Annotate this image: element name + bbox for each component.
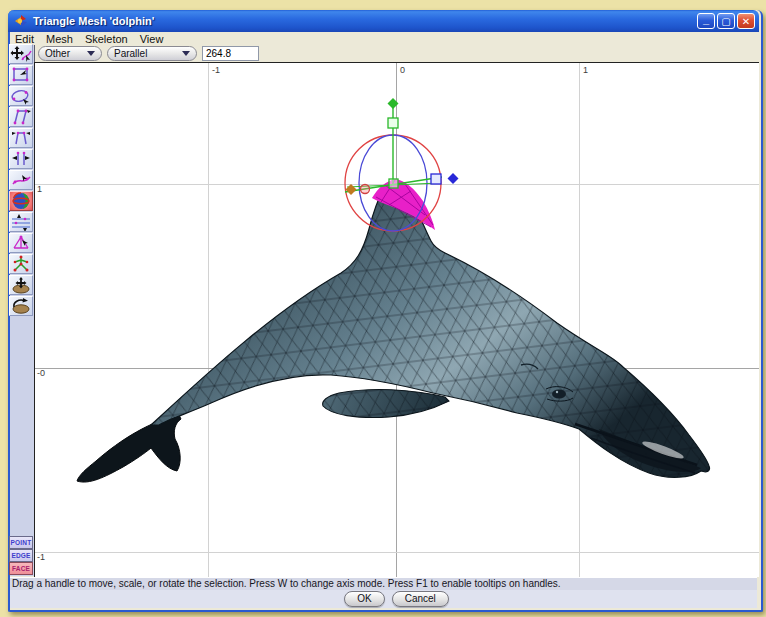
dialog-button-row: OK Cancel: [10, 590, 757, 608]
bevel-icon: [10, 171, 32, 189]
edge-mode-button[interactable]: EDGE: [9, 549, 33, 562]
chevron-down-icon: [87, 51, 95, 56]
maximize-button[interactable]: ▢: [717, 13, 735, 29]
rotate-view-tool[interactable]: [9, 296, 33, 316]
skew-icon: [10, 108, 32, 126]
close-button[interactable]: ✕: [737, 13, 755, 29]
screenshot-root: { "window": { "title": "Triangle Mesh 'd…: [0, 0, 766, 617]
x-axis-label: 1: [583, 65, 588, 75]
menu-mesh[interactable]: Mesh: [40, 33, 79, 45]
z-move-handle[interactable]: [448, 173, 459, 184]
rotate-icon: [10, 87, 32, 105]
menu-edit[interactable]: Edit: [10, 33, 40, 45]
move-normal-tool[interactable]: [9, 212, 33, 232]
skeleton-joints-icon: [10, 255, 32, 273]
viewport-drawing: -1 0 1 1 -0 -1: [35, 63, 759, 577]
y-axis-label: -0: [37, 368, 45, 378]
y-axis-label: -1: [37, 552, 45, 562]
pan-view-icon: [10, 276, 32, 294]
ok-button[interactable]: OK: [344, 591, 384, 607]
taper-icon: [10, 129, 32, 147]
taper-selection-tool[interactable]: [9, 128, 33, 148]
title-bar[interactable]: Triangle Mesh 'dolphin' _ ▢ ✕: [8, 10, 759, 32]
face-mode-button[interactable]: FACE: [9, 562, 33, 575]
view-dropdown[interactable]: Other: [38, 46, 102, 61]
z-scale-handle[interactable]: [431, 174, 441, 184]
cancel-button[interactable]: Cancel: [392, 591, 449, 607]
x-axis-label: 0: [400, 65, 405, 75]
skew-selection-tool[interactable]: [9, 107, 33, 127]
move-selection-tool[interactable]: [9, 44, 33, 64]
chevron-down-icon: [182, 51, 190, 56]
status-text: Drag a handle to move, scale, or rotate …: [12, 578, 561, 589]
thicken-selection-tool[interactable]: [9, 149, 33, 169]
bevel-extrude-tool[interactable]: [9, 170, 33, 190]
menu-view[interactable]: View: [134, 33, 170, 45]
move-normal-icon: [10, 213, 32, 231]
scale-input[interactable]: [202, 46, 259, 61]
scale-selection-tool[interactable]: [9, 65, 33, 85]
wireframe-overlay: [151, 183, 710, 477]
x-scale-handle[interactable]: [361, 185, 370, 194]
app-logo-icon: [14, 14, 28, 28]
rotate-view-icon: [10, 297, 32, 315]
skeleton-tool[interactable]: [9, 254, 33, 274]
pull-vertex-tool[interactable]: [9, 233, 33, 253]
mesh-editor-viewport[interactable]: -1 0 1 1 -0 -1: [34, 62, 759, 577]
x-axis-label: -1: [212, 65, 220, 75]
menu-skeleton[interactable]: Skeleton: [79, 33, 134, 45]
view-dropdown-value: Other: [45, 48, 70, 59]
point-mode-button[interactable]: POINT: [9, 536, 33, 549]
scale-icon: [10, 66, 32, 84]
tail-fluke[interactable]: [77, 415, 181, 482]
projection-dropdown-value: Parallel: [114, 48, 147, 59]
rotate-selection-tool[interactable]: [9, 86, 33, 106]
manipulator-sphere-icon: [11, 192, 31, 210]
y-scale-handle[interactable]: [388, 118, 398, 128]
thicken-icon: [10, 150, 32, 168]
dolphin-mesh[interactable]: [77, 179, 710, 482]
x-move-handle[interactable]: [346, 184, 357, 195]
menu-bar: Edit Mesh Skeleton View: [10, 32, 757, 45]
y-axis-label: 1: [37, 184, 42, 194]
minimize-button[interactable]: _: [697, 13, 715, 29]
pan-view-tool[interactable]: [9, 275, 33, 295]
pull-vertex-icon: [10, 234, 32, 252]
move-points-icon: [10, 45, 32, 63]
projection-dropdown[interactable]: Parallel: [107, 46, 197, 61]
window-title: Triangle Mesh 'dolphin': [33, 15, 697, 27]
status-bar: Drag a handle to move, scale, or rotate …: [10, 577, 757, 590]
compound-manipulator-tool[interactable]: [9, 191, 33, 211]
center-handle[interactable]: [389, 179, 398, 188]
